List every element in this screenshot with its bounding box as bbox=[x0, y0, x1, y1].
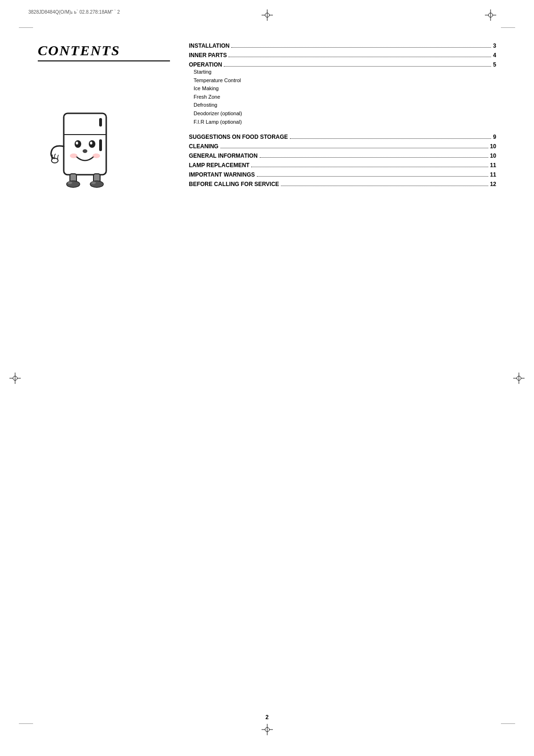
crosshair-top-center bbox=[262, 9, 273, 21]
toc-general-info-label: GENERAL INFORMATION bbox=[189, 153, 258, 159]
toc-important-warnings: IMPORTANT WARNINGS 11 bbox=[189, 171, 496, 178]
toc-operation-dots bbox=[224, 66, 491, 67]
svg-point-15 bbox=[68, 181, 72, 184]
toc-suggestions: SUGGESTIONS ON FOOD STORAGE 9 bbox=[189, 134, 496, 140]
toc-suggestions-label: SUGGESTIONS ON FOOD STORAGE bbox=[189, 134, 288, 140]
toc-sub-starting: Starting bbox=[194, 68, 496, 76]
margin-mark-bottom-left bbox=[19, 723, 33, 724]
toc-operation-label: OPERATION bbox=[189, 61, 222, 68]
left-column: CONTENTS bbox=[38, 42, 170, 699]
contents-title: CONTENTS bbox=[38, 42, 170, 61]
toc-inner-parts-dots bbox=[229, 57, 491, 57]
toc-important-warnings-page: 11 bbox=[490, 171, 496, 178]
toc-lamp-replacement-dots bbox=[251, 167, 488, 167]
right-column: INSTALLATION 3 INNER PARTS 4 OPERATION 5… bbox=[189, 42, 496, 699]
toc-important-warnings-label: IMPORTANT WARNINGS bbox=[189, 171, 255, 178]
toc-inner-parts: INNER PARTS 4 bbox=[189, 52, 496, 59]
toc-cleaning-label: CLEANING bbox=[189, 143, 219, 150]
svg-rect-2 bbox=[99, 118, 102, 127]
svg-rect-3 bbox=[99, 139, 102, 151]
toc-installation-page: 3 bbox=[493, 42, 496, 49]
fridge-svg bbox=[38, 104, 132, 198]
toc-sub-fresh-zone: Fresh Zone bbox=[194, 93, 496, 102]
toc-operation-subs: Starting Temperature Control Ice Making … bbox=[189, 68, 496, 126]
svg-point-7 bbox=[90, 142, 93, 144]
crosshair-mid-right bbox=[513, 373, 525, 384]
toc-sub-fir-lamp: F.I.R Lamp (optional) bbox=[194, 118, 496, 127]
toc-cleaning-page: 10 bbox=[490, 143, 496, 150]
svg-point-16 bbox=[91, 181, 96, 184]
svg-point-9 bbox=[70, 153, 77, 158]
toc-inner-parts-label: INNER PARTS bbox=[189, 52, 227, 59]
margin-mark-bottom-right bbox=[501, 723, 515, 724]
crosshair-top-right bbox=[485, 9, 496, 21]
toc-before-calling-page: 12 bbox=[490, 181, 496, 187]
toc-lamp-replacement-page: 11 bbox=[490, 162, 496, 169]
toc-general-info-page: 10 bbox=[490, 153, 496, 159]
page-number: 2 bbox=[265, 714, 269, 721]
toc-installation-dots bbox=[231, 47, 491, 48]
svg-point-10 bbox=[93, 153, 100, 158]
fridge-illustration bbox=[38, 104, 142, 198]
toc-cleaning: CLEANING 10 bbox=[189, 143, 496, 150]
svg-point-5 bbox=[89, 140, 95, 148]
toc-suggestions-page: 9 bbox=[493, 134, 496, 140]
toc-operation: OPERATION 5 Starting Temperature Control… bbox=[189, 61, 496, 126]
header-meta: 3828JD8484Q(O/M)₂ ь` 02.8.278:18AM˜ ` 2 bbox=[28, 9, 120, 15]
toc-lamp-replacement: LAMP REPLACEMENT 11 bbox=[189, 162, 496, 169]
crosshair-mid-left bbox=[9, 373, 21, 384]
toc-sub-deodorizer: Deodorizer (optional) bbox=[194, 110, 496, 118]
main-content: CONTENTS bbox=[38, 42, 496, 699]
svg-point-4 bbox=[75, 140, 81, 148]
toc-installation-label: INSTALLATION bbox=[189, 42, 229, 49]
toc-cleaning-dots bbox=[220, 148, 488, 148]
toc-sub-defrosting: Defrosting bbox=[194, 101, 496, 110]
toc-suggestions-dots bbox=[290, 138, 492, 139]
toc-general-info-dots bbox=[260, 157, 488, 158]
toc-lamp-replacement-label: LAMP REPLACEMENT bbox=[189, 162, 249, 169]
toc-operation-page: 5 bbox=[493, 61, 496, 68]
toc-before-calling: BEFORE CALLING FOR SERVICE 12 bbox=[189, 181, 496, 187]
toc-before-calling-dots bbox=[281, 186, 488, 186]
toc-inner-parts-page: 4 bbox=[493, 52, 496, 59]
toc-installation: INSTALLATION 3 bbox=[189, 42, 496, 49]
toc-important-warnings-dots bbox=[257, 176, 488, 177]
svg-point-6 bbox=[76, 142, 78, 144]
margin-mark-top-right bbox=[501, 27, 515, 28]
svg-point-8 bbox=[83, 149, 87, 153]
toc-before-calling-label: BEFORE CALLING FOR SERVICE bbox=[189, 181, 279, 187]
toc-sub-temp: Temperature Control bbox=[194, 76, 496, 85]
toc-sub-ice: Ice Making bbox=[194, 85, 496, 93]
margin-mark-top-left bbox=[19, 27, 33, 28]
toc-general-info: GENERAL INFORMATION 10 bbox=[189, 153, 496, 159]
crosshair-bottom-center bbox=[262, 724, 273, 735]
